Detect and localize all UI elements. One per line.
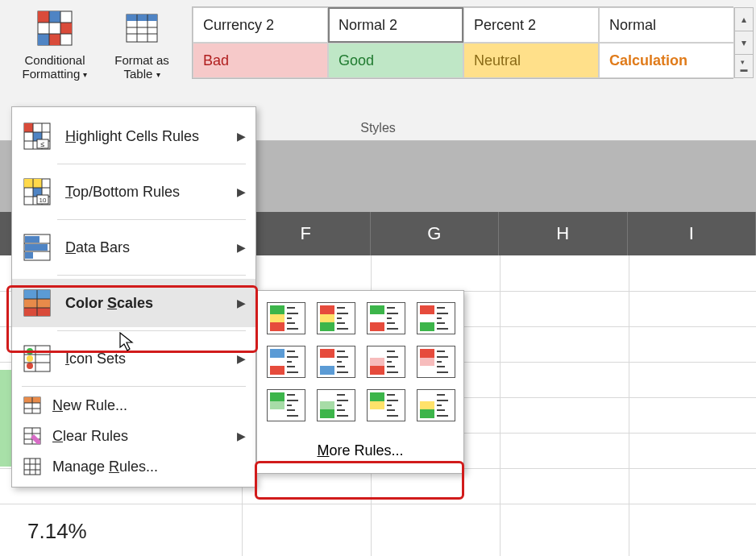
conditional-formatting-menu: ≤ Highlight Cells Rules ▶ 10 Top/Bottom … (11, 106, 256, 488)
submenu-arrow-icon: ▶ (237, 185, 246, 198)
conditional-formatting-button[interactable]: ConditionalFormatting ▾ (11, 6, 98, 93)
menu-label: New Rule... (52, 397, 127, 414)
chevron-down-icon: ▾ (83, 71, 87, 80)
svg-rect-37 (25, 252, 33, 259)
color-scale-swatch[interactable] (267, 302, 305, 334)
svg-rect-11 (127, 15, 157, 21)
manage-rules-icon (23, 458, 41, 475)
color-scale-swatch[interactable] (367, 302, 405, 334)
format-as-table-label-2: Table (123, 67, 152, 81)
menu-highlight-cells-rules[interactable]: ≤ Highlight Cells Rules ▶ (12, 112, 255, 160)
submenu-arrow-icon: ▶ (237, 429, 246, 442)
menu-color-scales[interactable]: Color Scales ▶ (12, 279, 255, 327)
format-as-table-button[interactable]: Format asTable ▾ (98, 6, 185, 93)
svg-text:≤: ≤ (41, 140, 45, 148)
top-bottom-icon: 10 (23, 178, 51, 205)
style-gallery-item[interactable]: Neutral (463, 43, 599, 78)
svg-rect-36 (25, 244, 48, 251)
style-gallery-item[interactable]: Good (328, 43, 463, 78)
clear-rules-icon (23, 427, 41, 445)
gallery-scroll: ▴ ▾ ▾▬ (734, 7, 754, 78)
cell-styles-gallery[interactable]: Currency 2Normal 2Percent 2NormalBadGood… (192, 6, 733, 79)
conditional-formatting-label-1: Conditional (24, 53, 85, 67)
column-header[interactable]: G (371, 212, 500, 255)
menu-data-bars[interactable]: Data Bars ▶ (12, 223, 255, 272)
submenu-arrow-icon: ▶ (237, 130, 246, 143)
menu-label: Clear Rules (52, 428, 128, 445)
gallery-more-button[interactable]: ▾▬ (735, 55, 753, 77)
menu-label: Highlight Cells Rules (65, 128, 199, 145)
svg-rect-64 (24, 458, 40, 475)
menu-label: Manage Rules... (52, 458, 158, 475)
color-scale-swatch[interactable] (417, 389, 455, 421)
color-scale-swatch[interactable] (317, 302, 355, 334)
menu-label: Data Bars (65, 239, 130, 256)
menu-icon-sets[interactable]: Icon Sets ▶ (12, 334, 255, 383)
submenu-arrow-icon: ▶ (237, 352, 246, 365)
color-scale-swatch[interactable] (417, 346, 455, 378)
column-header[interactable]: F (242, 212, 371, 255)
menu-manage-rules[interactable]: Manage Rules... (12, 451, 255, 482)
color-scale-swatch[interactable] (317, 389, 355, 421)
svg-text:10: 10 (39, 197, 47, 204)
style-gallery-item[interactable]: Normal (599, 7, 734, 43)
svg-rect-17 (24, 123, 33, 132)
style-gallery-item[interactable]: Calculation (599, 43, 734, 78)
color-scale-swatch[interactable] (267, 346, 305, 378)
svg-rect-4 (38, 34, 49, 45)
menu-new-rule[interactable]: New Rule... (12, 390, 255, 421)
gallery-scroll-up[interactable]: ▴ (735, 8, 753, 31)
style-gallery-item[interactable]: Percent 2 (463, 7, 599, 43)
submenu-arrow-icon: ▶ (237, 297, 246, 309)
chevron-down-icon: ▾ (156, 71, 160, 80)
style-gallery-item[interactable]: Normal 2 (328, 7, 463, 43)
svg-point-48 (27, 348, 33, 355)
menu-label: Color Scales (65, 295, 153, 312)
icon-sets-icon (23, 345, 51, 372)
new-rule-icon (23, 396, 41, 414)
svg-rect-1 (38, 11, 49, 23)
conditional-formatting-label-2: Formatting (23, 67, 81, 81)
svg-point-49 (27, 355, 33, 362)
format-as-table-icon (123, 10, 160, 47)
svg-rect-35 (25, 236, 39, 243)
format-as-table-label-1: Format as (114, 53, 169, 67)
menu-label: Top/Bottom Rules (65, 184, 180, 201)
menu-top-bottom-rules[interactable]: 10 Top/Bottom Rules ▶ (12, 168, 255, 216)
svg-rect-5 (49, 34, 60, 45)
color-scales-flyout: More Rules... (256, 290, 464, 474)
svg-rect-2 (49, 11, 60, 23)
color-scale-swatch[interactable] (417, 302, 455, 334)
column-header[interactable]: H (499, 212, 628, 255)
style-gallery-item[interactable]: Bad (193, 43, 328, 78)
highlight-cells-icon: ≤ (23, 122, 51, 150)
column-header[interactable]: I (628, 212, 757, 255)
more-rules-item[interactable]: More Rules... (267, 433, 454, 468)
submenu-arrow-icon: ▶ (237, 241, 246, 254)
svg-point-50 (27, 363, 33, 369)
svg-rect-3 (60, 23, 72, 34)
menu-clear-rules[interactable]: Clear Rules ▶ (12, 421, 255, 451)
visible-cell-value: 7.14% (27, 519, 87, 544)
color-scale-swatch[interactable] (317, 346, 355, 378)
gallery-scroll-down[interactable]: ▾ (735, 31, 753, 55)
data-bars-icon (23, 234, 51, 261)
color-scale-swatch-grid (267, 302, 454, 421)
conditional-formatting-icon (36, 10, 73, 47)
color-scale-swatch[interactable] (367, 389, 405, 421)
color-scale-swatch[interactable] (367, 346, 405, 378)
color-scales-icon (23, 289, 51, 317)
menu-label: Icon Sets (65, 351, 126, 367)
color-scale-swatch[interactable] (267, 389, 305, 421)
style-gallery-item[interactable]: Currency 2 (193, 7, 328, 43)
